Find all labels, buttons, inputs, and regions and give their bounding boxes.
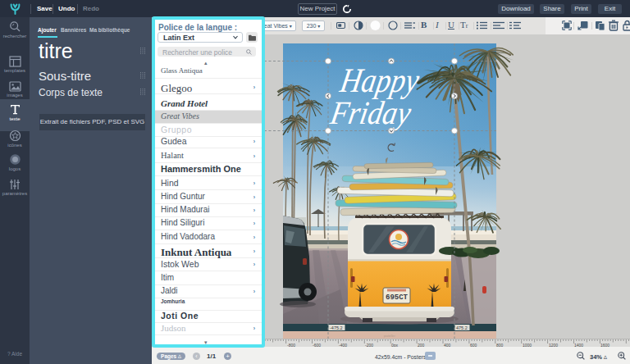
- svg-text:pixteller: pixteller: [384, 334, 395, 338]
- svg-text:-475.2: -475.2: [330, 325, 343, 330]
- svg-text:695CT: 695CT: [386, 293, 409, 302]
- svg-text:Friday: Friday: [327, 94, 414, 131]
- svg-text:475.2: 475.2: [456, 325, 468, 330]
- svg-text:Happy: Happy: [337, 61, 422, 99]
